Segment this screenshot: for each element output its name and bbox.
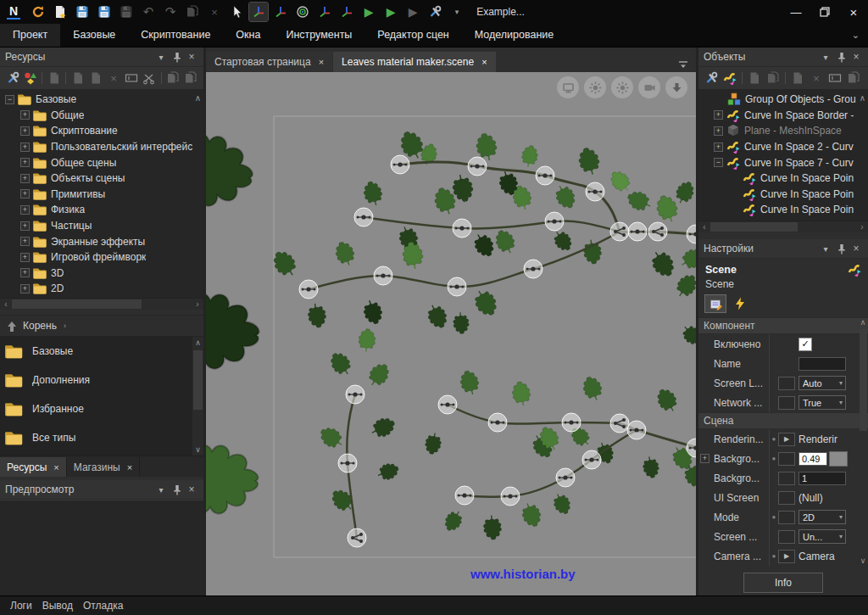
new-component-button[interactable] [721,70,738,87]
pin-icon[interactable] [834,242,848,255]
curve-point-handle[interactable] [453,219,471,238]
close-icon[interactable]: × [127,462,132,472]
download-button[interactable] [665,76,687,98]
close-icon[interactable]: × [319,57,324,67]
folder-item[interactable]: Избранное [0,394,203,423]
oak-leaf[interactable] [424,432,442,456]
oak-leaf[interactable] [369,415,398,441]
tree-item[interactable]: +Пользовательский интерфейс [0,139,203,155]
tree-item[interactable]: +Общие [0,108,203,124]
tree-item[interactable]: +Игровой фреймворк [0,249,203,266]
curve-point-handle[interactable] [545,212,564,231]
oak-leaf[interactable] [453,312,470,335]
oak-leaf[interactable] [206,289,262,372]
tree-item[interactable]: +Экранные эффекты [0,233,203,249]
oak-leaf[interactable] [332,239,357,268]
folder-item[interactable]: Базовые [0,337,203,366]
minimize-button[interactable]: — [782,0,810,24]
close-icon[interactable]: × [849,50,863,64]
pin-icon[interactable] [170,50,183,64]
curve-point-handle[interactable] [610,414,629,433]
rotate-tool-button[interactable] [293,3,312,21]
menu-scripting[interactable]: Скриптование [128,24,223,47]
events-tab[interactable] [729,295,749,312]
select-tool-button[interactable] [227,3,246,21]
scroll-up-icon[interactable]: ∧ [860,318,866,327]
panel-dropdown-icon[interactable]: ▾ [154,483,168,496]
oak-leaf[interactable] [510,380,531,407]
oak-leaf[interactable] [361,298,385,327]
oak-leaf[interactable] [470,230,498,260]
panel-dropdown-icon[interactable]: ▾ [819,242,832,255]
oak-leaf[interactable] [679,321,696,348]
play2-button[interactable]: ▶ [381,3,400,21]
close-button[interactable]: × [839,0,868,24]
expand-icon[interactable]: + [20,143,30,152]
object-item[interactable]: +Curve In Space Border - [698,108,868,124]
display-mode-button[interactable] [557,76,579,98]
transform-tool-button[interactable] [337,3,356,21]
lighting-button[interactable] [584,76,606,98]
close-icon[interactable]: × [849,242,863,255]
expand-reference-button[interactable]: ▶ [778,550,795,563]
pin-icon[interactable] [834,50,848,64]
curve-point-handle[interactable] [299,280,318,299]
expand-icon[interactable]: + [714,126,723,136]
curve-point-handle[interactable] [687,225,696,243]
tree-item[interactable]: −Базовые∧ [0,92,203,108]
settings-vscrollbar[interactable]: ∧ ∨ [858,317,868,566]
right-dock-splitter[interactable] [698,232,868,239]
oak-leaf[interactable] [358,328,376,353]
curve-point-handle[interactable] [338,454,357,472]
menu-basic[interactable]: Базовые [60,24,128,47]
curve-point-handle[interactable] [455,486,474,505]
curve-point-handle[interactable] [354,208,373,226]
tab-output[interactable]: Вывод [42,600,73,612]
oak-leaf[interactable] [492,227,519,257]
move-tool-button[interactable] [249,3,268,21]
object-item[interactable]: Curve In Space Poin [698,171,868,187]
tab-resources[interactable]: Ресурсы× [0,457,67,477]
scroll-up-icon[interactable]: ∧ [860,93,865,103]
curve-point-handle[interactable] [627,421,646,439]
panel-dropdown-icon[interactable]: ▾ [154,50,168,64]
network-mode-dropdown[interactable]: True▾ [798,395,846,410]
object-item[interactable]: +Curve In Space 2 - Curv [698,139,868,155]
save-all-button[interactable] [95,3,114,21]
expand-icon[interactable]: + [20,110,30,120]
curve-point-handle[interactable] [582,450,601,469]
expand-icon[interactable]: + [20,221,30,231]
collapse-icon[interactable]: − [714,158,723,167]
expand-icon[interactable]: + [20,189,30,198]
expand-icon[interactable]: + [20,237,30,246]
oak-leaf[interactable] [364,360,392,389]
oak-leaf[interactable] [642,456,660,479]
folder-list-vscrollbar[interactable]: ∧ ∨ [192,337,203,456]
oak-leaf[interactable] [361,180,384,208]
new-object-button[interactable] [22,70,38,87]
screen-dropdown[interactable]: Un...▾ [798,529,846,544]
curve-point-handle[interactable] [348,528,366,547]
oak-leaf[interactable] [206,444,259,515]
default-value-button[interactable] [778,511,795,524]
curve-point-handle[interactable] [346,385,364,404]
expand-reference-button[interactable]: ▶ [778,433,795,446]
restore-button[interactable] [810,0,839,24]
oak-leaf[interactable] [576,146,603,177]
move2-tool-button[interactable] [271,3,290,21]
mode-dropdown[interactable]: 2D▾ [798,510,846,524]
collapse-icon[interactable]: − [5,95,14,104]
new-resource-button[interactable] [51,3,70,21]
background-value-input[interactable] [798,472,846,485]
curve-point-handle[interactable] [648,222,667,241]
screen-label-dropdown[interactable]: Auto▾ [798,376,846,390]
tree-item[interactable]: +Скриптование [0,123,203,139]
camera-button[interactable] [638,76,660,98]
oak-leaf[interactable] [482,515,502,540]
oak-leaf[interactable] [425,302,451,332]
breadcrumb-chevron-icon[interactable]: › [64,321,66,330]
info-button[interactable]: Info [743,573,823,593]
oak-leaf[interactable] [326,349,354,378]
curve-point-handle[interactable] [562,413,581,432]
color-swatch[interactable] [829,451,848,467]
